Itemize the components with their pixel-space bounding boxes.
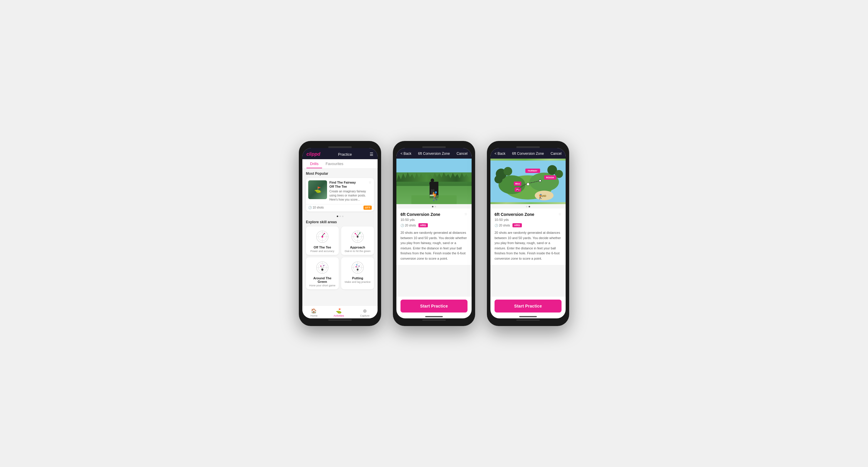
featured-drill-info: Find The Fairway Off The Tee ☆ Create an… <box>330 180 372 202</box>
app-header: clippd Practice ☰ <box>302 148 378 159</box>
most-popular-title: Most Popular <box>306 171 374 176</box>
home-bar-3 <box>516 320 540 321</box>
featured-card[interactable]: Find The Fairway Off The Tee ☆ Create an… <box>306 178 374 211</box>
skill-desc-ott: Power and accuracy <box>308 249 336 253</box>
bottom-nav: 🏠 Home ⛳ Activities ⊕ Capture <box>302 305 378 319</box>
nav-home[interactable]: 🏠 Home <box>310 308 317 317</box>
svg-point-6 <box>324 233 325 234</box>
course-map-svg: SAND FAIRWAY ROUGH Miss <box>490 159 566 204</box>
phone-screen-3: < Back 6ft Conversion Zone Cancel SAND <box>490 148 566 319</box>
dot-3 <box>342 215 343 217</box>
back-button-3[interactable]: < Back <box>495 152 505 156</box>
skill-approach[interactable]: Approach Dial-in to hit the green <box>341 227 374 255</box>
phone-2: < Back 6ft Conversion Zone Cancel <box>393 141 475 326</box>
skill-desc-putting: Make and lag practice <box>343 280 372 283</box>
svg-rect-39 <box>433 189 434 196</box>
start-practice-button-3[interactable]: Start Practice <box>495 300 561 312</box>
img-dot-3-1 <box>526 206 527 207</box>
svg-point-50 <box>495 175 502 183</box>
detail-title-3: 6ft Conversion Zone <box>512 152 544 156</box>
skill-desc-approach: Dial-in to hit the green <box>343 249 372 253</box>
skill-putting[interactable]: Putting Make and lag practice <box>341 257 374 289</box>
detail-header-3: < Back 6ft Conversion Zone Cancel <box>490 148 566 159</box>
drill-info-3: 6ft Conversion Zone ☆ 10-50 yds 🕐 20 sho… <box>490 208 566 265</box>
favourite-star-2[interactable]: ☆ <box>464 212 467 216</box>
svg-rect-41 <box>432 195 435 196</box>
app-logo: clippd <box>307 152 320 157</box>
approach-icon <box>350 229 365 244</box>
shots-count-3: 🕐 20 shots <box>495 224 510 227</box>
drill-name-row-3: 6ft Conversion Zone ☆ <box>495 212 561 217</box>
featured-drill-desc: Create an imaginary fairway using trees … <box>330 190 372 202</box>
start-practice-button-2[interactable]: Start Practice <box>401 300 467 312</box>
drill-tag-2: ARG <box>418 223 428 227</box>
nav-activities-label: Activities <box>334 314 344 317</box>
nav-activities[interactable]: ⛳ Activities <box>334 308 344 317</box>
image-carousel-dots-2 <box>396 204 472 208</box>
drill-meta-3: 🕐 20 shots ARG <box>495 223 561 227</box>
tab-drills[interactable]: Drills <box>307 159 322 168</box>
cancel-button-2[interactable]: Cancel <box>457 152 467 156</box>
featured-drill-title: Find The Fairway <box>330 180 356 185</box>
phone-screen: clippd Practice ☰ Drills Favourites Most… <box>302 148 378 319</box>
skills-grid: Off The Tee Power and accuracy <box>306 227 374 289</box>
skill-desc-atg: Hone your short game <box>308 284 336 287</box>
featured-drill-image <box>308 180 327 199</box>
detail-content-2: 6ft Conversion Zone ☆ 10-50 yds 🕐 20 sho… <box>396 159 472 297</box>
featured-drill-subtitle: Off The Tee <box>330 185 356 189</box>
featured-card-footer: 🕐 10 shots OTT <box>306 204 374 211</box>
svg-point-49 <box>504 167 512 176</box>
tab-favourites[interactable]: Favourites <box>322 159 347 168</box>
phone-3: < Back 6ft Conversion Zone Cancel SAND <box>487 141 569 326</box>
capture-icon: ⊕ <box>363 308 367 314</box>
skill-name-ott: Off The Tee <box>308 245 336 249</box>
svg-text:Miss: Miss <box>515 182 520 185</box>
clock-icon-2: 🕐 <box>401 224 404 227</box>
nav-capture[interactable]: ⊕ Capture <box>360 308 370 317</box>
skill-name-putting: Putting <box>343 276 372 280</box>
svg-point-11 <box>357 236 359 238</box>
svg-point-13 <box>355 233 356 234</box>
clock-icon-3: 🕐 <box>495 224 498 227</box>
favourite-star-3[interactable]: ☆ <box>558 212 561 216</box>
drill-description-2: 20 shots are randomly generated at dista… <box>401 230 467 261</box>
menu-icon[interactable]: ☰ <box>370 152 373 157</box>
image-carousel-dots-3 <box>490 204 566 208</box>
img-dot-3-2 <box>529 206 530 207</box>
drill-meta-2: 🕐 20 shots ARG <box>401 223 467 227</box>
svg-point-34 <box>431 178 434 182</box>
phone-screen-2: < Back 6ft Conversion Zone Cancel <box>396 148 472 319</box>
drill-name-row-2: 6ft Conversion Zone ☆ <box>401 212 467 217</box>
detail-content-3: SAND FAIRWAY ROUGH Miss <box>490 159 566 297</box>
svg-point-61 <box>539 180 541 182</box>
skill-name-atg: Around The Green <box>308 276 336 283</box>
clock-icon: 🕐 <box>308 206 312 209</box>
skill-off-tee[interactable]: Off The Tee Power and accuracy <box>306 227 339 255</box>
featured-card-body: Find The Fairway Off The Tee ☆ Create an… <box>306 178 374 204</box>
main-content: Most Popular Find The Fairway Off The Te… <box>302 169 378 305</box>
explore-title: Explore skill areas <box>306 220 374 224</box>
svg-point-63 <box>527 183 529 186</box>
back-button-2[interactable]: < Back <box>401 152 411 156</box>
dot-2 <box>339 215 341 217</box>
drill-range-2: 10-50 yds <box>401 218 467 222</box>
drill-info-2: 6ft Conversion Zone ☆ 10-50 yds 🕐 20 sho… <box>396 208 472 265</box>
detail-header-2: < Back 6ft Conversion Zone Cancel <box>396 148 472 159</box>
cancel-button-3[interactable]: Cancel <box>551 152 561 156</box>
home-bar <box>328 320 352 321</box>
img-dot-1 <box>432 206 433 207</box>
drill-name-3: 6ft Conversion Zone <box>495 212 534 217</box>
svg-point-4 <box>321 236 323 238</box>
header-title: Practice <box>338 152 352 157</box>
favourite-star[interactable]: ☆ <box>369 180 372 185</box>
skill-around-green[interactable]: Around The Green Hone your short game <box>306 257 339 289</box>
home-icon: 🏠 <box>311 308 317 314</box>
activities-icon: ⛳ <box>336 308 342 314</box>
dot-1 <box>337 215 338 217</box>
drill-name-2: 6ft Conversion Zone <box>401 212 440 217</box>
svg-text:ROUGH: ROUGH <box>546 176 554 179</box>
tabs-bar: Drills Favourites <box>302 159 378 169</box>
drill-hero-image-2 <box>396 159 472 204</box>
phone-1: clippd Practice ☰ Drills Favourites Most… <box>299 141 381 326</box>
img-dot-2 <box>435 206 436 207</box>
